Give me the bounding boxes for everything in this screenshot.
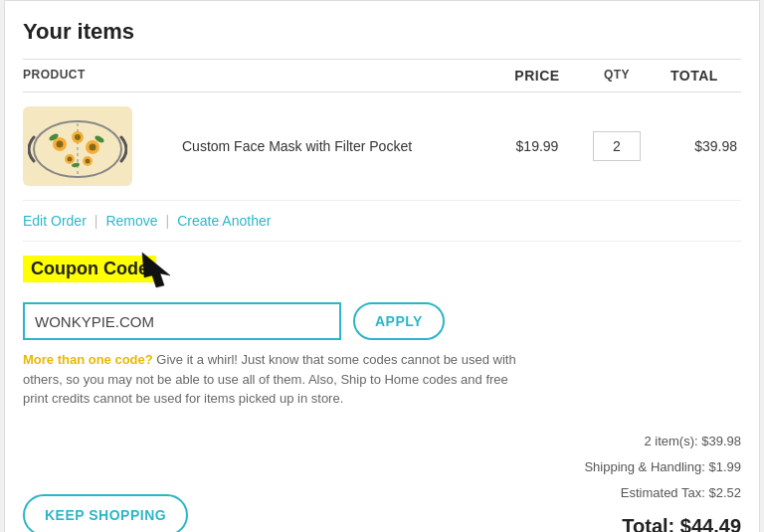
edit-order-link[interactable]: Edit Order (23, 213, 87, 229)
qty-input[interactable] (593, 131, 641, 161)
coupon-info-highlight: More than one code? (23, 352, 153, 367)
coupon-input[interactable] (23, 302, 341, 340)
total-value: $44.49 (680, 515, 741, 533)
svg-point-6 (90, 143, 96, 150)
separator-2: | (166, 213, 170, 229)
table-header: PRODUCT PRICE QTY TOTAL (23, 59, 741, 92)
total-label: Total: (622, 515, 674, 533)
svg-point-8 (68, 156, 73, 161)
summary-shipping-row: Shipping & Handling: $1.99 (584, 454, 741, 480)
tax-label: Estimated Tax: (621, 485, 705, 500)
right-section: 2 item(s): $39.98 Shipping & Handling: $… (407, 429, 741, 533)
summary-items-row: 2 item(s): $39.98 (584, 429, 741, 454)
remove-link[interactable]: Remove (105, 213, 157, 229)
shipping-label: Shipping & Handling: (584, 459, 704, 474)
product-row: Custom Face Mask with Filter Pocket $19.… (23, 92, 741, 201)
coupon-section: Coupon Code APPLY More than one code? Gi… (23, 242, 741, 419)
product-total: $39.98 (652, 138, 741, 154)
col-header-empty (182, 68, 492, 84)
col-header-qty: QTY (582, 68, 652, 84)
cart-container: Your items PRODUCT PRICE QTY TOTAL (4, 0, 760, 532)
arrow-icon (132, 248, 182, 292)
shipping-value: $1.99 (708, 459, 741, 474)
left-footer: KEEP SHOPPING (23, 494, 188, 533)
col-header-total: TOTAL (652, 68, 741, 84)
coupon-input-row: APPLY (23, 302, 741, 340)
col-header-product: PRODUCT (23, 68, 182, 84)
order-summary: 2 item(s): $39.98 Shipping & Handling: $… (584, 429, 741, 533)
svg-point-10 (86, 158, 91, 163)
product-price: $19.99 (492, 138, 582, 154)
keep-shopping-button[interactable]: KEEP SHOPPING (23, 494, 188, 533)
actions-row: Edit Order | Remove | Create Another (23, 201, 741, 242)
svg-point-2 (57, 140, 64, 147)
create-another-link[interactable]: Create Another (177, 213, 271, 229)
apply-button[interactable]: APPLY (353, 302, 445, 340)
product-image (23, 106, 132, 186)
tax-value: $2.52 (708, 485, 741, 500)
items-value: $39.98 (701, 434, 741, 448)
separator-1: | (95, 213, 98, 229)
coupon-info: More than one code? Give it a whirl! Jus… (23, 350, 520, 409)
items-label: 2 item(s): (644, 434, 697, 448)
footer-row: KEEP SHOPPING 2 item(s): $39.98 Shipping… (23, 429, 741, 533)
svg-point-4 (75, 134, 81, 140)
col-header-price: PRICE (492, 68, 582, 84)
summary-total-row: Total: $44.49 (584, 506, 741, 533)
summary-tax-row: Estimated Tax: $2.52 (584, 480, 741, 506)
page-title: Your items (23, 19, 741, 45)
product-name: Custom Face Mask with Filter Pocket (182, 138, 492, 154)
product-qty-wrapper (582, 131, 652, 161)
